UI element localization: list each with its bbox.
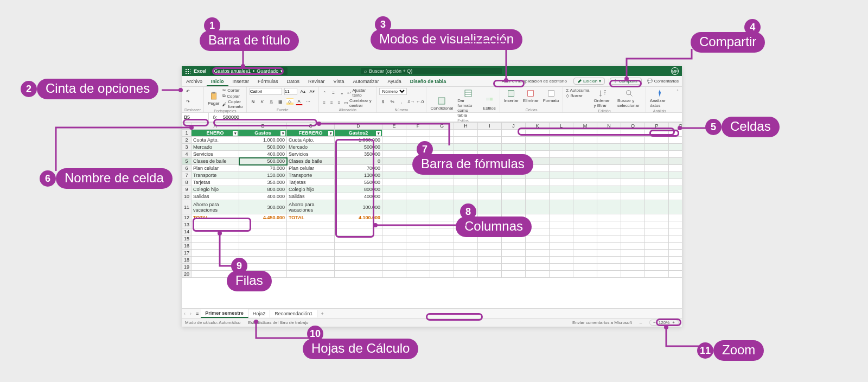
cell[interactable] — [597, 214, 621, 221]
cell[interactable]: Salidas — [287, 193, 335, 200]
zoom-out-icon[interactable]: − — [653, 320, 656, 325]
cell[interactable] — [502, 130, 526, 137]
cell[interactable] — [502, 271, 526, 278]
cell[interactable] — [502, 250, 526, 257]
wrap-text-button[interactable]: ↩ Ajustar texto — [347, 88, 373, 98]
cell[interactable] — [406, 250, 430, 257]
cell[interactable] — [406, 243, 430, 250]
cell[interactable] — [573, 271, 597, 278]
cell[interactable]: Clases de baile — [287, 158, 335, 165]
row-header[interactable]: 16 — [182, 243, 192, 250]
cell[interactable] — [550, 250, 573, 257]
cell[interactable]: 1.000.000 — [335, 137, 382, 144]
cell[interactable] — [645, 235, 669, 243]
cell[interactable] — [645, 221, 669, 228]
cell[interactable] — [478, 264, 502, 271]
cell[interactable] — [430, 130, 454, 137]
cell[interactable] — [597, 264, 621, 271]
cell[interactable] — [502, 193, 526, 200]
column-header[interactable]: G — [430, 123, 454, 130]
cell[interactable] — [645, 165, 669, 172]
cell[interactable] — [335, 271, 382, 278]
align-center-icon[interactable]: ≡ — [329, 99, 334, 106]
cell[interactable] — [550, 243, 573, 250]
cell[interactable]: Servicios — [287, 151, 335, 158]
cell[interactable] — [621, 179, 645, 186]
cell[interactable] — [669, 165, 682, 172]
cell[interactable] — [550, 158, 573, 165]
cell[interactable] — [502, 243, 526, 250]
cell[interactable] — [192, 228, 239, 235]
cell[interactable] — [597, 250, 621, 257]
cell[interactable] — [645, 250, 669, 257]
row-header[interactable]: 1 — [182, 130, 192, 137]
cell[interactable] — [550, 264, 573, 271]
cell[interactable] — [645, 179, 669, 186]
cell[interactable] — [669, 214, 682, 221]
cell[interactable] — [597, 165, 621, 172]
cell[interactable]: Mercado — [192, 144, 239, 151]
cell[interactable] — [550, 144, 573, 151]
cell[interactable] — [669, 221, 682, 228]
row-header[interactable]: 6 — [182, 165, 192, 172]
table-header-cell[interactable]: FEBRERO▾ — [287, 130, 335, 137]
cell[interactable] — [382, 172, 406, 179]
cell[interactable] — [550, 200, 573, 214]
select-all-corner[interactable] — [182, 123, 192, 130]
row-header[interactable]: 4 — [182, 151, 192, 158]
cell[interactable] — [478, 243, 502, 250]
cell[interactable] — [382, 264, 406, 271]
cell[interactable] — [645, 137, 669, 144]
cell[interactable]: Clases de baile — [192, 158, 239, 165]
tab-automatizar[interactable]: Automatizar — [348, 76, 383, 86]
cell[interactable] — [621, 257, 645, 264]
cell[interactable] — [573, 200, 597, 214]
column-header[interactable]: P — [645, 123, 669, 130]
cell[interactable] — [669, 172, 682, 179]
cell[interactable] — [287, 271, 335, 278]
cell[interactable] — [526, 243, 550, 250]
cell[interactable] — [335, 250, 382, 257]
bold-button[interactable]: N — [250, 98, 257, 105]
cell[interactable] — [406, 186, 430, 193]
cell[interactable] — [621, 214, 645, 221]
cell[interactable] — [621, 193, 645, 200]
cell[interactable]: Mercado — [287, 144, 335, 151]
cell[interactable] — [526, 257, 550, 264]
row-header[interactable]: 10 — [182, 193, 192, 200]
analyze-data-button[interactable]: Analizar datos — [649, 88, 671, 109]
cell[interactable] — [573, 137, 597, 144]
cell[interactable] — [526, 130, 550, 137]
cell[interactable] — [573, 257, 597, 264]
cell[interactable] — [645, 243, 669, 250]
cell[interactable] — [335, 235, 382, 243]
cell[interactable] — [573, 193, 597, 200]
font-name-input[interactable] — [250, 88, 282, 95]
cell[interactable] — [669, 137, 682, 144]
row-header[interactable]: 17 — [182, 250, 192, 257]
tab-insertar[interactable]: Insertar — [228, 76, 254, 86]
cell[interactable] — [454, 264, 478, 271]
cell[interactable]: 400.000 — [239, 193, 287, 200]
cell[interactable] — [192, 221, 239, 228]
cell[interactable] — [287, 264, 335, 271]
cell[interactable] — [621, 151, 645, 158]
column-header[interactable]: L — [550, 123, 573, 130]
number-format-select[interactable]: Número — [379, 88, 407, 95]
cell[interactable] — [669, 257, 682, 264]
align-top-icon[interactable]: ⌃ — [322, 90, 328, 97]
filter-dropdown-icon[interactable]: ▾ — [328, 131, 333, 136]
row-header[interactable]: 7 — [182, 172, 192, 179]
cell[interactable] — [645, 130, 669, 137]
cell[interactable] — [335, 264, 382, 271]
more-font-icon[interactable]: ⋯ — [305, 98, 312, 105]
cell[interactable] — [597, 179, 621, 186]
cell[interactable] — [406, 228, 430, 235]
add-sheet-button[interactable]: + — [317, 311, 327, 316]
collapse-ribbon-icon[interactable]: ˄ — [673, 87, 682, 112]
cell[interactable] — [502, 257, 526, 264]
cell[interactable] — [382, 144, 406, 151]
cell[interactable] — [669, 130, 682, 137]
tab-vista[interactable]: Vista — [329, 76, 349, 86]
cell[interactable]: 0 — [335, 158, 382, 165]
